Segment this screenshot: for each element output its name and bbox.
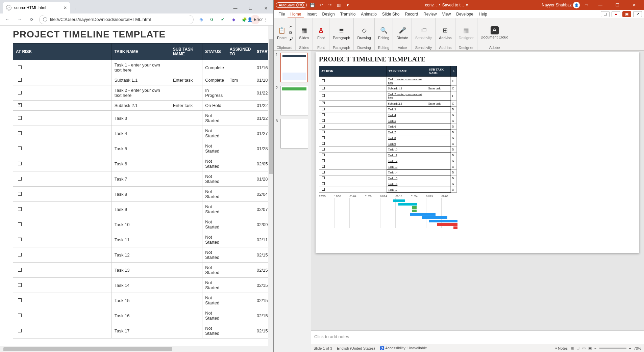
assigned-cell <box>227 232 254 247</box>
checkbox-icon[interactable] <box>18 146 22 150</box>
editing-button[interactable]: 🔍Editing <box>377 25 391 40</box>
zoom-slider[interactable] <box>599 348 626 349</box>
ribbon-tab[interactable]: Home <box>288 11 304 18</box>
task-cell: Task 14 <box>387 170 427 175</box>
copy-icon[interactable]: ⧉ <box>289 30 293 35</box>
comments-icon[interactable]: ↗ <box>633 11 642 17</box>
ribbon-tab[interactable]: Design <box>319 11 337 18</box>
language-indicator[interactable]: English (United States) <box>337 346 375 350</box>
checkbox-icon[interactable] <box>18 91 22 94</box>
checkbox-icon[interactable] <box>18 314 22 317</box>
minimize-icon[interactable]: — <box>228 3 243 13</box>
slide-editor[interactable]: PROJECT TIMELINE TEMPLATE AT RISK TASK N… <box>311 51 644 330</box>
ext-icon[interactable]: ✔ <box>218 15 227 24</box>
checkbox-icon[interactable] <box>18 253 22 256</box>
minimize-icon[interactable]: — <box>593 0 608 10</box>
close-icon[interactable]: ✕ <box>258 3 273 13</box>
slideshow-view-icon[interactable]: ▣ <box>588 346 592 350</box>
qat-dropdown-icon[interactable]: ▾ <box>344 1 351 9</box>
ext-icon[interactable]: G <box>207 15 217 24</box>
format-painter-icon[interactable]: 🖌 <box>289 36 293 41</box>
vertical-scrollbar[interactable] <box>268 26 273 346</box>
back-button[interactable]: ← <box>3 15 12 24</box>
addins-button[interactable]: ⊞Add-ins <box>438 25 453 40</box>
slide-thumbnail[interactable] <box>280 119 308 148</box>
restore-icon[interactable]: ❐ <box>610 0 625 10</box>
checkbox-icon[interactable] <box>18 116 22 120</box>
checkbox-icon[interactable] <box>18 238 22 241</box>
ribbon-tab[interactable]: View <box>439 11 453 18</box>
new-tab-button[interactable]: ＋ <box>70 4 80 13</box>
checkbox-icon[interactable] <box>18 283 22 287</box>
slide-thumbnail[interactable] <box>280 53 308 82</box>
user-avatar-icon[interactable]: 👤 <box>573 2 580 8</box>
notes-pane[interactable]: Click to add notes <box>311 330 644 344</box>
checkbox-icon[interactable] <box>18 103 22 107</box>
checkbox-icon[interactable] <box>18 131 22 135</box>
checkbox-icon <box>322 165 325 168</box>
task-cell: Task 16 <box>387 181 427 187</box>
checkbox-icon[interactable] <box>18 65 22 69</box>
checkbox-icon[interactable] <box>18 177 22 181</box>
ribbon-tab[interactable]: Transitio <box>338 11 358 18</box>
autosave-toggle[interactable]: AutoSave Off <box>276 2 307 8</box>
horizontal-scrollbar[interactable] <box>0 346 273 352</box>
task-cell: Task 1 - enter your own text here <box>387 77 427 86</box>
close-icon[interactable]: ✕ <box>626 0 642 10</box>
accessibility-indicator[interactable]: ♿ Accessibility: Unavailable <box>380 346 427 350</box>
checkbox-icon[interactable] <box>18 192 22 196</box>
browser-tab[interactable]: ◌ sourceHTML.html ✕ <box>3 2 70 13</box>
reload-button[interactable]: ⟳ <box>27 15 36 24</box>
checkbox-icon[interactable] <box>18 298 22 302</box>
slide-indicator[interactable]: Slide 1 of 3 <box>314 346 332 350</box>
notes-button[interactable]: ≡ Notes <box>555 346 568 350</box>
ribbon-tab[interactable]: Help <box>476 11 490 18</box>
ext-icon[interactable]: ◆ <box>229 15 238 24</box>
zoom-in-icon[interactable]: + <box>629 346 631 350</box>
tab-close-icon[interactable]: ✕ <box>64 5 67 10</box>
save-icon[interactable]: 💾 <box>309 1 316 9</box>
font-button[interactable]: AFont <box>315 25 327 40</box>
reading-view-icon[interactable]: ▭ <box>582 346 586 350</box>
ribbon-tab[interactable]: Record <box>402 11 421 18</box>
ribbon-display-icon[interactable]: ▭ <box>581 0 591 10</box>
ribbon-tab[interactable]: Insert <box>304 11 319 18</box>
paste-button[interactable]: 📋Paste <box>276 25 288 40</box>
dictate-button[interactable]: 🎤Dictate <box>395 25 409 40</box>
checkbox-icon[interactable] <box>18 268 22 272</box>
maximize-icon[interactable]: ☐ <box>243 3 258 13</box>
ribbon-tab[interactable]: Slide Sho <box>379 11 402 18</box>
ribbon-tab[interactable]: Develope <box>453 11 476 18</box>
menu-icon[interactable]: ⋮ <box>261 15 271 24</box>
normal-view-icon[interactable]: ▦ <box>570 346 574 350</box>
drawing-button[interactable]: ◇Drawing <box>356 25 372 40</box>
table-row: Task 6 Not Started 02/05 <box>13 156 273 171</box>
share-icon[interactable]: ▣ <box>622 11 631 17</box>
checkbox-icon[interactable] <box>18 329 22 332</box>
checkbox-icon[interactable] <box>18 222 22 226</box>
checkbox-icon[interactable] <box>18 207 22 211</box>
checkbox-icon[interactable] <box>18 162 22 165</box>
record-icon[interactable]: ● <box>612 11 620 17</box>
undo-icon[interactable]: ↶ <box>318 1 325 9</box>
zoom-out-icon[interactable]: − <box>594 346 596 350</box>
chrome-tabstrip: ◌ sourceHTML.html ✕ ＋ — ☐ ✕ <box>0 0 273 13</box>
paragraph-button[interactable]: ≣Paragraph <box>331 25 351 40</box>
zoom-level[interactable]: 70% <box>634 346 641 350</box>
profile-error-badge[interactable]: 👤 Error <box>250 15 260 24</box>
address-bar[interactable]: ⓘ file:///C:/Users/nayyer/Downloads/sour… <box>39 15 194 24</box>
present-icon[interactable]: ▢ <box>601 11 610 17</box>
slide-thumbnail[interactable] <box>280 86 308 115</box>
slides-button[interactable]: ▦Slides <box>298 25 311 40</box>
checkbox-icon[interactable] <box>18 78 22 82</box>
cut-icon[interactable]: ✂ <box>289 24 293 29</box>
redo-icon[interactable]: ↷ <box>326 1 334 9</box>
sorter-view-icon[interactable]: ⊞ <box>576 346 579 350</box>
doccloud-button[interactable]: ADocument Cloud <box>479 26 510 40</box>
ribbon-tab[interactable]: Review <box>421 11 439 18</box>
ribbon-tab[interactable]: Animatio <box>358 11 379 18</box>
ribbon-tab[interactable]: File <box>276 11 288 18</box>
ext-icon[interactable]: ◎ <box>196 15 206 24</box>
slideshow-icon[interactable]: ▥ <box>335 1 343 9</box>
forward-button[interactable]: → <box>15 15 24 24</box>
